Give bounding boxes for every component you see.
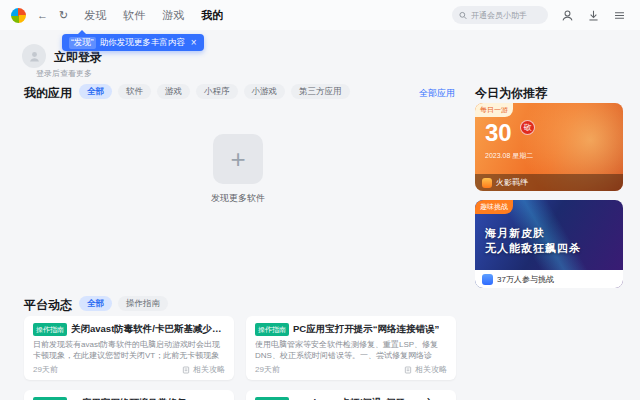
topbar: ← ↻ 发现 软件 游戏 我的	[0, 0, 640, 30]
discover-tooltip: “发现” 助你发现更多丰富内容 ×	[62, 34, 204, 51]
news-card[interactable]: 操作指南 pc应用宝网络环境异常修复DNS指南	[24, 390, 234, 400]
close-icon[interactable]: ×	[191, 37, 197, 48]
filter-all[interactable]: 全部	[79, 84, 112, 99]
news-card-head: 操作指南 关闭avast防毒软件/卡巴斯基减少卡顿困扰	[33, 323, 225, 336]
news-card[interactable]: 操作指南 PC应用宝打开提示“网络连接错误” 使用电脑管家等安全软件检测修复、重…	[246, 316, 456, 380]
news-badge: 操作指南	[33, 323, 67, 336]
login-button[interactable]: 立即登录	[54, 49, 102, 66]
recommend-title: 今日为你推荐	[475, 85, 547, 102]
calendar-seal-icon: 敬	[520, 120, 535, 135]
user-icon[interactable]	[561, 9, 574, 22]
calendar-day: 30	[485, 121, 512, 145]
news-date: 29天前	[33, 364, 58, 375]
news-footer: 29天前 相关攻略	[33, 364, 225, 375]
nav-tab-mine[interactable]: 我的	[201, 8, 223, 23]
news-footer: 29天前 相关攻略	[255, 364, 447, 375]
daily-game-card[interactable]: 每日一游 30 敬 2023.08 星期二 火影羁绊	[475, 103, 623, 191]
news-card-head: 操作指南 PC应用宝打开提示“网络连接错误”	[255, 323, 447, 336]
feed-filters: 全部 操作指南	[79, 296, 174, 311]
feed-title: 平台动态	[24, 297, 72, 314]
filter-thirdparty[interactable]: 第三方应用	[291, 84, 350, 99]
back-icon[interactable]: ←	[37, 10, 48, 21]
daily-game-badge: 每日一游	[475, 103, 513, 117]
feed-filter-all[interactable]: 全部	[79, 296, 112, 311]
challenge-badge: 趣味挑战	[475, 200, 513, 214]
refresh-icon[interactable]: ↻	[59, 10, 68, 21]
challenge-stat: 37万人参与挑战	[497, 274, 554, 285]
my-apps-title: 我的应用	[24, 85, 72, 102]
avatar-placeholder-icon	[28, 50, 41, 63]
calendar-date: 2023.08 星期二	[485, 151, 533, 161]
all-apps-link[interactable]: 全部应用	[419, 87, 455, 100]
challenge-line1: 海月新皮肤	[485, 226, 545, 241]
main-nav: 发现 软件 游戏 我的	[84, 8, 223, 23]
filter-miniprogram[interactable]: 小程序	[196, 84, 238, 99]
news-source-label: 相关攻略	[193, 364, 225, 375]
download-icon[interactable]	[587, 9, 600, 22]
tooltip-text: 助你发现更多丰富内容	[100, 37, 185, 49]
filter-software[interactable]: 软件	[118, 84, 151, 99]
news-source: 相关攻略	[404, 364, 447, 375]
search-box[interactable]	[452, 6, 548, 24]
challenge-bar: 37万人参与挑战	[475, 270, 623, 288]
nav-tab-software[interactable]: 软件	[123, 8, 145, 23]
news-source-label: 相关攻略	[415, 364, 447, 375]
add-software-button[interactable]: +	[213, 134, 263, 184]
menu-icon[interactable]	[613, 9, 626, 22]
news-desc: 使用电脑管家等安全软件检测修复、重置LSP、修复DNS、校正系统时间错误等。一、…	[255, 340, 447, 361]
news-title: PC应用宝打开提示“网络连接错误”	[293, 323, 439, 336]
avatar[interactable]	[22, 44, 46, 68]
news-source: 相关攻略	[182, 364, 225, 375]
challenge-icon	[482, 274, 493, 285]
add-software-label: 发现更多软件	[138, 192, 338, 205]
my-apps-filters: 全部 软件 游戏 小程序 小游戏 第三方应用	[79, 84, 356, 99]
news-badge: 操作指南	[255, 323, 289, 336]
news-date: 29天前	[255, 364, 280, 375]
app-logo-icon	[11, 8, 26, 23]
nav-tab-discover[interactable]: 发现	[84, 8, 106, 23]
filter-games[interactable]: 游戏	[157, 84, 190, 99]
news-card[interactable]: 操作指南 关闭avast防毒软件/卡巴斯基减少卡顿困扰 日前发现装有avast防…	[24, 316, 234, 380]
nav-tab-games[interactable]: 游戏	[162, 8, 184, 23]
plus-icon: +	[230, 144, 245, 175]
challenge-line2: 无人能敌狂飙四杀	[485, 241, 581, 256]
filter-minigames[interactable]: 小游戏	[244, 84, 286, 99]
news-desc: 日前发现装有avast防毒软件的电脑启动游戏时会出现卡顿现象，在此建议您暂时关闭…	[33, 340, 225, 361]
feed-grid: 操作指南 关闭avast防毒软件/卡巴斯基减少卡顿困扰 日前发现装有avast防…	[24, 316, 456, 400]
login-subtext: 登录后查看更多	[36, 68, 92, 79]
daily-game-bar: 火影羁绊	[475, 174, 623, 191]
search-icon	[459, 11, 467, 20]
tooltip-highlight: “发现”	[69, 37, 96, 49]
daily-game-name: 火影羁绊	[496, 177, 528, 188]
doc-icon	[182, 366, 190, 374]
feed-filter-guides[interactable]: 操作指南	[118, 296, 168, 311]
challenge-card[interactable]: 趣味挑战 海月新皮肤 无人能敌狂飙四杀 37万人参与挑战	[475, 200, 623, 288]
search-input[interactable]	[471, 11, 541, 20]
news-card[interactable]: 操作指南 potplayer“卡顿/闪退”问题，一文帮你解决	[246, 390, 456, 400]
news-title: 关闭avast防毒软件/卡巴斯基减少卡顿困扰	[71, 323, 225, 336]
doc-icon	[404, 366, 412, 374]
game-icon	[482, 178, 492, 188]
